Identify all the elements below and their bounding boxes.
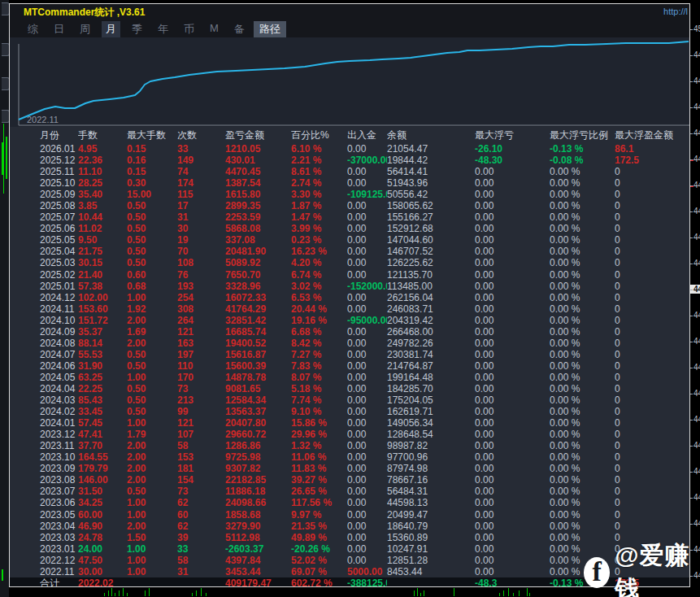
tab-9[interactable]: 备 xyxy=(230,21,249,37)
table-row[interactable]: 2023.08146.002.0015422182.8539.27 %0.007… xyxy=(10,474,689,486)
value-cell: 19.16 % xyxy=(291,315,347,326)
table-row[interactable]: 2024.0888.142.0016319400.528.42 %0.00249… xyxy=(10,338,689,349)
column-header[interactable]: 出入金 xyxy=(347,129,387,142)
table-row[interactable]: 2024.11153.601.9230841764.2920.44 %0.002… xyxy=(10,303,689,315)
table-row[interactable]: 2023.0634.251.006224098.66117.56 %0.0044… xyxy=(10,497,689,508)
price-tick-label: 44 xyxy=(690,285,700,294)
table-row[interactable]: 2024.0157.451.0012120407.8015.86 %0.0014… xyxy=(10,417,689,429)
table-row[interactable]: 2023.0560.001.00601858.689.97 %0.0020499… xyxy=(10,509,689,521)
price-tick-label: 44 xyxy=(690,337,700,346)
tab-5[interactable]: 季 xyxy=(128,21,146,37)
tab-7[interactable]: 币 xyxy=(180,21,198,37)
volume-tick xyxy=(503,590,504,596)
table-row[interactable]: 2024.0233.450.509913563.379.10 %0.001626… xyxy=(10,406,689,417)
table-row[interactable]: 2025.0935.4015.001151615.803.30 %-109125… xyxy=(10,189,689,200)
column-header[interactable]: 最大浮亏比例 xyxy=(550,129,615,142)
table-row[interactable]: 2024.0563.251.0017014878.788.07 %0.00199… xyxy=(10,372,689,383)
volume-tick xyxy=(508,588,509,596)
table-row[interactable]: 2026.014.950.15331210.056.10 %0.0021054.… xyxy=(10,143,689,155)
table-row[interactable]: 2023.10164.552.001539725.9811.06 %0.0097… xyxy=(10,451,689,463)
value-cell: 152912.68 xyxy=(387,223,475,234)
value-cell: -109125.00 xyxy=(347,189,387,200)
candlestick-body xyxy=(2,569,3,581)
value-cell: 1.00 xyxy=(127,497,177,508)
tab-6[interactable]: 年 xyxy=(154,21,172,37)
value-cell: 2022.02 xyxy=(78,577,127,586)
tab-4[interactable]: 月 xyxy=(102,21,120,37)
table-row[interactable]: 2023.0446.902.00623279.9021.35 %0.001864… xyxy=(10,521,689,532)
table-row[interactable]: 2025.083.850.50172899.351.87 %0.00158065… xyxy=(10,200,689,211)
value-cell: 74 xyxy=(177,166,225,177)
table-row[interactable]: 2023.1137.702.00581286.861.32 %0.0098987… xyxy=(10,440,689,451)
tab-1[interactable]: 综 xyxy=(24,21,42,37)
table-row[interactable]: 2023.0731.500.507311886.1826.65 %0.00564… xyxy=(10,486,689,497)
table-row[interactable]: 2025.0611.020.50305868.083.99 %0.0015291… xyxy=(10,223,689,234)
value-cell: 0.00 % xyxy=(550,257,615,268)
value-cell: 0.00 xyxy=(347,451,387,463)
column-header[interactable]: 盈亏金额 xyxy=(225,129,291,142)
value-cell: 0.00 % xyxy=(550,521,615,532)
tab-8[interactable]: M xyxy=(206,21,223,37)
table-row[interactable]: 2023.09179.792.001819307.8211.83 %0.0087… xyxy=(10,463,689,474)
table-row[interactable]: 2025.1222.360.16149430.012.21 %-37000.00… xyxy=(10,155,689,166)
column-header[interactable]: 最大浮亏 xyxy=(475,129,550,142)
value-cell: 5868.08 xyxy=(225,223,291,234)
table-header-row: 月份手数最大手数次数盈亏金额百分比%出入金余额最大浮亏最大浮亏比例最大浮盈金额 xyxy=(10,129,689,142)
table-row[interactable]: 2024.0422.250.50739081.655.18 %0.0018428… xyxy=(10,383,689,394)
value-cell: 2253.59 xyxy=(225,211,291,223)
value-cell: 0.00 xyxy=(475,246,550,257)
table-row[interactable]: 2025.1111.100.15744470.458.61 %0.0056414… xyxy=(10,166,689,177)
tab-3[interactable]: 周 xyxy=(76,21,94,37)
value-cell: 197 xyxy=(177,349,225,360)
path-button[interactable]: 路径 xyxy=(254,21,286,37)
table-row[interactable]: 2024.0935.371.6912116685.746.68 %0.00266… xyxy=(10,326,689,338)
table-row[interactable]: 2025.0421.750.507020481.9016.23 %0.00146… xyxy=(10,246,689,257)
value-cell: 0.00 % xyxy=(550,166,615,177)
column-header[interactable]: 余额 xyxy=(387,129,475,142)
x-axis-start-label: 2022.11 xyxy=(27,115,59,124)
table-row[interactable]: 2024.12102.001.0025416072.336.53 %0.0026… xyxy=(10,292,689,303)
column-header[interactable]: 手数 xyxy=(78,129,127,142)
price-tick-label: 44 xyxy=(690,233,700,242)
value-cell: 0.00 xyxy=(475,257,550,268)
value-cell: 7650.70 xyxy=(225,269,291,281)
table-row[interactable]: 2024.0755.530.5019715616.877.27 %0.00230… xyxy=(10,349,689,360)
value-cell: 0.00 % xyxy=(550,223,615,234)
tab-2[interactable]: 日 xyxy=(50,21,68,37)
value-cell: 15.86 % xyxy=(291,417,347,429)
value-cell: 0 xyxy=(615,269,689,281)
column-header[interactable]: 百分比% xyxy=(291,129,347,142)
value-cell: 193 xyxy=(177,281,225,292)
value-cell: 0.50 xyxy=(127,223,177,234)
table-row[interactable]: 2024.10151.722.0026432851.4219.16 %-9500… xyxy=(10,315,689,326)
table-row[interactable]: 2024.0385.430.5021312584.347.74 %0.00175… xyxy=(10,394,689,406)
value-cell: 4.20 % xyxy=(291,257,347,268)
table-row[interactable]: 2025.059.500.5019337.080.23 %0.00147044.… xyxy=(10,234,689,246)
value-cell: -37000.00 xyxy=(347,155,387,166)
table-row[interactable]: 2023.1247.411.7910729660.7229.96 %0.0012… xyxy=(10,429,689,440)
value-cell: 0.00 % xyxy=(550,189,615,200)
volume-tick xyxy=(119,590,120,596)
volume-tick xyxy=(513,593,514,596)
column-header[interactable]: 月份 xyxy=(40,129,78,142)
website-link[interactable]: http://l xyxy=(663,7,688,16)
table-row[interactable]: 2025.0330.150.501085089.924.20 %0.001262… xyxy=(10,257,689,268)
month-cell: 2023.10 xyxy=(40,451,78,463)
equity-curve-chart: 2022.11 xyxy=(10,37,689,127)
table-row[interactable]: 2025.1028.250.301741387.542.74 %0.005194… xyxy=(10,177,689,189)
value-cell: 6.74 % xyxy=(291,269,347,281)
value-cell: -20.26 % xyxy=(291,543,347,555)
table-row[interactable]: 2024.0631.900.5011015600.397.83 %0.00214… xyxy=(10,360,689,372)
column-header[interactable]: 最大手数 xyxy=(127,129,177,142)
column-header[interactable]: 最大浮盈金额 xyxy=(615,129,689,142)
price-tick-label: 44 xyxy=(690,441,700,450)
column-header[interactable]: 次数 xyxy=(177,129,225,142)
table-row[interactable]: 2025.0710.440.50312253.591.47 %0.0015516… xyxy=(10,211,689,223)
table-row[interactable]: 2025.0221.400.60767650.706.74 %0.0012113… xyxy=(10,269,689,281)
price-tick-label: 44 xyxy=(690,467,700,476)
value-cell: 0.15 xyxy=(127,143,177,155)
window-titlebar[interactable]: MTCommander统计 ,V3.61 http://l xyxy=(10,4,689,20)
value-cell: 230381.74 xyxy=(387,349,475,360)
month-cell: 2024.12 xyxy=(40,292,78,303)
table-row[interactable]: 2025.0157.380.681933328.963.02 %-152000.… xyxy=(10,281,689,292)
